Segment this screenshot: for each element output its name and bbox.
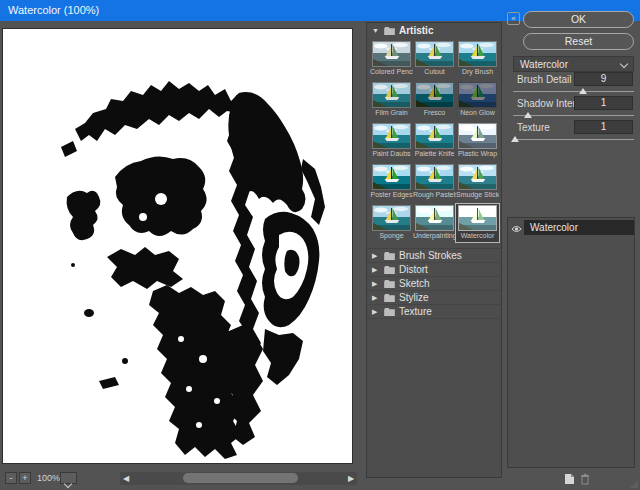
filter-thumb: [415, 41, 454, 67]
preview-horizontal-scrollbar[interactable]: ◀ ▶: [120, 472, 357, 485]
brush-detail-slider[interactable]: [513, 91, 634, 92]
brush-detail-label: Brush Detail: [517, 74, 571, 85]
category-artistic-header[interactable]: ▼ Artistic: [367, 23, 501, 38]
filter-item-plastic-wrap[interactable]: Plastic Wrap: [456, 122, 499, 160]
filter-item-neon-glow[interactable]: Neon Glow: [456, 81, 499, 119]
category-distort[interactable]: ▶ Distort: [367, 263, 501, 277]
filter-item-watercolor-selected[interactable]: Watercolor: [456, 204, 499, 242]
filter-item-dry-brush[interactable]: Dry Brush: [456, 40, 499, 78]
effect-layer-row[interactable]: Watercolor: [508, 220, 634, 235]
filter-select-dropdown[interactable]: Watercolor: [513, 56, 634, 72]
scrollbar-thumb[interactable]: [183, 473, 298, 483]
chevron-down-icon: [64, 480, 72, 488]
visibility-eye-icon[interactable]: [508, 219, 524, 237]
triangle-right-icon: ▶: [372, 266, 380, 274]
new-effect-layer-icon[interactable]: [563, 473, 575, 485]
zoom-in-button[interactable]: +: [19, 472, 31, 484]
filter-item-poster-edges[interactable]: Poster Edges: [370, 163, 413, 201]
folder-icon: [384, 280, 395, 288]
slider-thumb[interactable]: [511, 136, 519, 142]
scroll-right-icon[interactable]: ▶: [345, 472, 357, 485]
triangle-right-icon: ▶: [372, 280, 380, 288]
filter-thumb: [372, 164, 411, 190]
filter-thumb: [458, 123, 497, 149]
brush-detail-value[interactable]: 9: [574, 72, 633, 86]
filter-item-colored-pencil[interactable]: Colored Pencil: [370, 40, 413, 78]
filter-thumb: [458, 82, 497, 108]
folder-icon: [384, 294, 395, 302]
slider-thumb[interactable]: [524, 112, 532, 118]
filter-thumb: [372, 205, 411, 231]
reset-button[interactable]: Reset: [523, 33, 634, 50]
resize-grip[interactable]: [630, 480, 638, 488]
texture-value[interactable]: 1: [574, 120, 633, 134]
filter-item-film-grain[interactable]: Film Grain: [370, 81, 413, 119]
scroll-left-icon[interactable]: ◀: [120, 472, 132, 485]
filter-item-fresco[interactable]: Fresco: [413, 81, 456, 119]
triangle-right-icon: ▶: [372, 252, 380, 260]
filter-item-sponge[interactable]: Sponge: [370, 204, 413, 242]
category-stylize[interactable]: ▶ Stylize: [367, 291, 501, 305]
effect-layer-name: Watercolor: [524, 220, 634, 235]
folder-icon: [384, 266, 395, 274]
filter-item-palette-knife[interactable]: Palette Knife: [413, 122, 456, 160]
preview-image: [3, 29, 352, 463]
ok-button[interactable]: OK: [523, 11, 634, 28]
texture-label: Texture: [517, 122, 550, 133]
category-sketch[interactable]: ▶ Sketch: [367, 277, 501, 291]
filter-thumb: [415, 123, 454, 149]
effect-layers-panel: Watercolor: [507, 217, 635, 468]
texture-slider[interactable]: [513, 139, 634, 140]
filter-item-paint-daubs[interactable]: Paint Daubs: [370, 122, 413, 160]
triangle-down-icon: ▼: [372, 27, 380, 34]
folder-open-icon: [384, 27, 395, 35]
filter-thumb: [415, 82, 454, 108]
folder-icon: [384, 252, 395, 260]
filter-item-cutout[interactable]: Cutout: [413, 40, 456, 78]
zoom-level-value: 100%: [37, 472, 60, 484]
filter-thumb: [372, 123, 411, 149]
filter-thumb: [372, 82, 411, 108]
triangle-right-icon: ▶: [372, 308, 380, 316]
filter-item-underpainting[interactable]: Underpainting: [413, 204, 456, 242]
category-texture[interactable]: ▶ Texture: [367, 305, 501, 319]
filter-thumb: [372, 41, 411, 67]
chevron-down-icon: [620, 60, 628, 68]
folder-icon: [384, 308, 395, 316]
zoom-dropdown-button[interactable]: [60, 472, 77, 484]
category-brush-strokes[interactable]: ▶ Brush Strokes: [367, 249, 501, 263]
collapsed-category-list: ▶ Brush Strokes ▶ Distort ▶ Sketch ▶ Sty…: [367, 248, 501, 319]
filter-preview-canvas[interactable]: [3, 29, 352, 463]
zoom-out-button[interactable]: -: [5, 472, 17, 484]
filter-browser-panel: ▼ Artistic Colored Pencil Cutout Dry Bru…: [366, 22, 502, 478]
filter-thumb: [458, 205, 497, 231]
filter-thumb: [458, 41, 497, 67]
slider-thumb[interactable]: [579, 88, 587, 94]
shadow-intensity-slider[interactable]: [513, 115, 634, 116]
filter-thumb: [415, 164, 454, 190]
triangle-right-icon: ▶: [372, 294, 380, 302]
filter-thumb: [415, 205, 454, 231]
collapse-panel-button[interactable]: «: [507, 12, 520, 25]
filter-item-smudge-stick[interactable]: Smudge Stick: [456, 163, 499, 201]
filter-thumb: [458, 164, 497, 190]
shadow-intensity-value[interactable]: 1: [574, 96, 633, 110]
filter-item-rough-pastels[interactable]: Rough Pastels: [413, 163, 456, 201]
filter-thumbnail-grid: Colored Pencil Cutout Dry Brush Film Gra…: [367, 38, 501, 242]
delete-effect-layer-trash-icon: [579, 473, 591, 485]
